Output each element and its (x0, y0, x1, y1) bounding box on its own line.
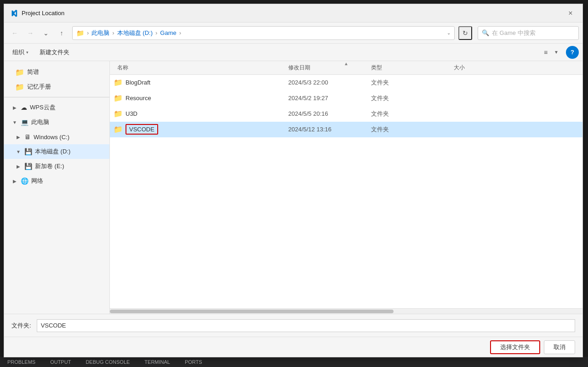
file-name-blogdraft: BlogDraft (126, 79, 150, 86)
file-type-vscode: 文件夹 (371, 125, 454, 134)
sidebar-item-localdisk[interactable]: ▼ 💾 本地磁盘 (D:) (4, 144, 109, 159)
chevron-down-icon: ▼ (15, 149, 22, 154)
chevron-right-icon: ▶ (15, 135, 22, 140)
organize-label: 组织 (12, 48, 24, 56)
button-row: 选择文件夹 取消 (4, 337, 582, 357)
up-button[interactable]: ↑ (55, 26, 69, 40)
drive-icon: 💾 (24, 148, 32, 155)
sidebar-item-jipu[interactable]: 📁 简谱 (4, 65, 109, 79)
file-row-name-blogdraft: 📁 BlogDraft (114, 78, 288, 87)
help-button[interactable]: ? (566, 46, 579, 59)
close-button[interactable]: × (564, 7, 577, 20)
file-row-name-vscode: 📁 VSCODE (114, 124, 288, 135)
file-list-header: ▲ 名称 修改日期 类型 大小 (110, 61, 582, 75)
cancel-button[interactable]: 取消 (544, 340, 575, 354)
file-row-name-resource: 📁 Resource (114, 94, 288, 102)
sidebar-item-newvol[interactable]: ▶ 💾 新加卷 (E:) (4, 159, 109, 174)
address-part-game[interactable]: Game (160, 29, 176, 36)
tab-ports[interactable]: PORTS (181, 357, 206, 367)
file-name-vscode: VSCODE (126, 124, 158, 135)
sidebar-label-windows: Windows (C:) (34, 134, 69, 141)
file-row-vscode[interactable]: 📁 VSCODE 2024/5/12 13:16 文件夹 (110, 122, 582, 137)
view-icon: ≡ (544, 49, 548, 56)
view-dropdown-icon[interactable]: ▼ (554, 50, 559, 55)
help-label: ? (571, 49, 574, 56)
tab-problems[interactable]: PROBLEMS (4, 357, 39, 367)
col-header-type[interactable]: 类型 (371, 64, 454, 72)
folder-label: 文件夹: (11, 322, 31, 330)
forward-button[interactable]: → (23, 26, 37, 40)
file-type-resource: 文件夹 (371, 94, 454, 102)
folder-input[interactable] (37, 319, 575, 332)
navigation-bar: ← → ⌄ ↑ 📁 › 此电脑 › 本地磁盘 (D:) › Game › ⌄ ↻… (4, 23, 582, 44)
col-header-name[interactable]: 名称 (114, 64, 288, 72)
sidebar-label-network: 网络 (31, 177, 43, 185)
sidebar-label-thispc: 此电脑 (31, 118, 49, 126)
address-part-localdisk[interactable]: 本地磁盘 (D:) (117, 29, 153, 37)
file-date-u3d: 2024/5/5 20:16 (288, 110, 371, 117)
new-folder-label: 新建文件夹 (40, 48, 69, 56)
col-header-date[interactable]: 修改日期 (288, 64, 371, 72)
col-header-size[interactable]: 大小 (454, 64, 579, 72)
organize-button[interactable]: 组织 ▾ (8, 46, 33, 58)
new-folder-button[interactable]: 新建文件夹 (35, 46, 74, 58)
toolbar: 组织 ▾ 新建文件夹 ≡ ▼ ? (4, 44, 582, 61)
sidebar-label-jiyishouce: 记忆手册 (27, 83, 51, 91)
sidebar-label-wps: WPS云盘 (30, 103, 56, 112)
sidebar-item-network[interactable]: ▶ 🌐 网络 (4, 174, 109, 188)
drive-icon: 💾 (24, 163, 32, 170)
dialog-title: Project Location (22, 10, 64, 17)
drive-icon: 🖥 (24, 133, 31, 141)
chevron-right-icon: ▶ (11, 179, 18, 184)
search-bar[interactable]: 🔍 在 Game 中搜索 (478, 26, 579, 40)
file-date-vscode: 2024/5/12 13:16 (288, 126, 371, 133)
folder-icon: 📁 (114, 78, 123, 87)
file-list-container: ▲ 名称 修改日期 类型 大小 (110, 61, 582, 314)
sidebar-item-wps[interactable]: ▶ ☁ WPS云盘 (4, 100, 109, 115)
address-bar[interactable]: 📁 › 此电脑 › 本地磁盘 (D:) › Game › ⌄ (72, 26, 455, 40)
file-row-blogdraft[interactable]: 📁 BlogDraft 2024/5/3 22:00 文件夹 (110, 75, 582, 90)
file-row-resource[interactable]: 📁 Resource 2024/5/2 19:27 文件夹 (110, 90, 582, 106)
select-folder-button[interactable]: 选择文件夹 (490, 340, 540, 354)
organize-dropdown-icon: ▾ (26, 50, 29, 55)
file-type-blogdraft: 文件夹 (371, 79, 454, 87)
network-icon: 🌐 (21, 177, 29, 185)
dropdown-history-button[interactable]: ⌄ (39, 26, 53, 40)
file-row-name-u3d: 📁 U3D (114, 109, 288, 118)
sidebar-divider (4, 97, 109, 97)
tab-terminal[interactable]: TERMINAL (141, 357, 174, 367)
sidebar-item-windows[interactable]: ▶ 🖥 Windows (C:) (4, 130, 109, 144)
sidebar-label-newvol: 新加卷 (E:) (35, 162, 64, 170)
back-button[interactable]: ← (8, 26, 22, 40)
folder-icon: 📁 (15, 83, 24, 91)
cloud-icon: ☁ (21, 104, 27, 111)
sidebar: 📁 简谱 📁 记忆手册 ▶ ☁ WPS云盘 ▼ � (4, 61, 110, 314)
tab-debug-console[interactable]: DEBUG CONSOLE (82, 357, 133, 367)
scrollbar-thumb[interactable] (110, 310, 394, 313)
refresh-button[interactable]: ↻ (458, 26, 472, 40)
file-date-resource: 2024/5/2 19:27 (288, 95, 371, 102)
file-name-resource: Resource (126, 95, 151, 102)
computer-icon: 💻 (21, 119, 29, 126)
address-dropdown-button[interactable]: ⌄ (447, 30, 451, 35)
sidebar-label-jipu: 简谱 (27, 68, 39, 76)
main-content: 📁 简谱 📁 记忆手册 ▶ ☁ WPS云盘 ▼ � (4, 61, 582, 314)
horizontal-scrollbar[interactable] (110, 308, 582, 314)
search-placeholder: 在 Game 中搜索 (492, 29, 536, 37)
chevron-right-icon: ▶ (15, 164, 22, 169)
address-part-thispc[interactable]: 此电脑 (91, 29, 109, 37)
folder-icon: 📁 (114, 125, 123, 134)
sidebar-label-localdisk: 本地磁盘 (D:) (35, 147, 70, 156)
sidebar-item-jiyishouce[interactable]: 📁 记忆手册 (4, 79, 109, 94)
tab-output[interactable]: OUTPUT (46, 357, 74, 367)
folder-icon: 📁 (15, 68, 24, 77)
sidebar-item-thispc[interactable]: ▼ 💻 此电脑 (4, 115, 109, 130)
file-date-blogdraft: 2024/5/3 22:00 (288, 79, 371, 86)
chevron-down-icon: ▼ (11, 120, 18, 125)
title-bar: Project Location × (4, 4, 582, 23)
folder-icon: 📁 (114, 109, 123, 118)
view-options-button[interactable]: ≡ (539, 46, 552, 59)
folder-icon: 📁 (114, 94, 123, 102)
file-row-u3d[interactable]: 📁 U3D 2024/5/5 20:16 文件夹 (110, 106, 582, 122)
vscode-bottom-bar: PROBLEMS OUTPUT DEBUG CONSOLE TERMINAL P… (0, 357, 588, 367)
